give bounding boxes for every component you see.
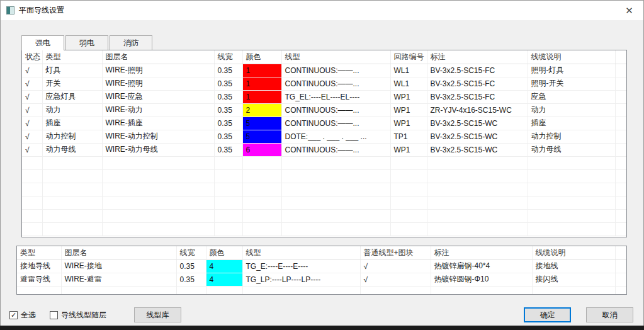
color-swatch[interactable]: 4 [206,259,242,273]
cell-desc[interactable]: 照明-灯具 [528,64,615,77]
table-row[interactable]: √灯具WIRE-照明0.351CONTINUOUS:——...WL1BV-3x2… [22,64,627,77]
cell-desc[interactable]: 插座 [528,117,615,130]
cell-status[interactable]: √ [22,130,42,143]
table-row[interactable]: 接地导线WIRE-接地0.354TG_E:----E----E----√热镀锌扁… [17,259,627,273]
cell-label[interactable]: BV-3x2.5-SC15-FC [427,77,528,90]
cell-label[interactable]: BV-3x2.5-SC15-FC [427,90,528,103]
cell-layer[interactable]: WIRE-应急 [102,90,214,103]
cell-type[interactable]: 避雷导线 [17,273,61,286]
cell-desc[interactable]: 接地线 [532,259,615,273]
cell-width[interactable]: 0.35 [214,130,242,143]
color-swatch[interactable]: 2 [242,103,281,117]
cell-layer[interactable]: WIRE-动力母线 [102,143,214,156]
cell-label[interactable]: 热镀锌圆钢-Φ10 [431,273,532,286]
linetype-library-button[interactable]: 线型库 [134,307,181,322]
cell-type[interactable]: 动力 [42,103,102,117]
cell-width[interactable]: 0.35 [214,103,242,117]
cell-type[interactable]: 动力母线 [42,143,102,156]
cell-desc[interactable]: 应急 [528,90,615,103]
cell-block[interactable]: √ [360,259,431,273]
tab-1[interactable]: 弱电 [65,35,108,50]
cell-label[interactable]: BV-3x2.5-SC15-FC [427,64,528,77]
table-row[interactable]: √动力控制WIRE-动力控制0.355DOTE:___ . ___ . ___ … [22,130,627,143]
cell-linetype[interactable]: CONTINUOUS:——... [281,143,390,156]
cell-desc[interactable]: 动力母线 [528,143,615,156]
cell-linetype[interactable]: TG_LP:----LP----LP---- [242,273,360,286]
cell-linetype[interactable]: TG_E:----E----E---- [242,259,360,273]
cell-circuit[interactable]: WP1 [390,143,427,156]
cell-linetype[interactable]: DOTE:___ . ___ . ___ ... [281,130,390,143]
cell-width[interactable]: 0.35 [214,90,242,103]
cell-status[interactable]: √ [22,90,42,103]
color-swatch[interactable]: 1 [242,64,281,77]
table-row[interactable]: √应急灯具WIRE-应急0.351TG_EL:----EL----EL----W… [22,90,627,103]
cell-circuit[interactable]: WP1 [390,103,427,117]
cell-linetype[interactable]: TG_EL:----EL----EL---- [281,90,390,103]
cell-status[interactable]: √ [22,64,42,77]
select-all-checkbox[interactable]: ✓ 全选 [9,310,36,321]
cell-label[interactable]: ZR-YJV-4x16-SC15-WC [427,103,528,117]
cell-width[interactable]: 0.35 [176,259,206,273]
color-swatch[interactable]: 5 [242,130,281,143]
cell-desc[interactable]: 照明-开关 [528,77,615,90]
cell-linetype[interactable]: CONTINUOUS:——... [281,103,390,117]
cell-layer[interactable]: WIRE-避雷 [61,273,176,286]
close-icon[interactable]: ✕ [615,1,643,20]
color-swatch[interactable]: 1 [242,90,281,103]
cell-circuit[interactable]: TP1 [390,130,427,143]
cell-layer[interactable]: WIRE-接地 [61,259,176,273]
color-swatch[interactable]: 6 [242,143,281,156]
cell-type[interactable]: 动力控制 [42,130,102,143]
cell-status[interactable]: √ [22,77,42,90]
tab-2[interactable]: 消防 [110,35,152,50]
cell-status[interactable]: √ [22,143,42,156]
cell-layer[interactable]: WIRE-照明 [102,77,214,90]
cell-type[interactable]: 插座 [42,117,102,130]
header-row: 状态类型图层名线宽颜色线型回路编号标注线缆说明 [22,50,627,64]
cell-width[interactable]: 0.35 [176,273,206,286]
table-row[interactable]: 避雷导线WIRE-避雷0.354TG_LP:----LP----LP----√热… [17,273,627,286]
cell-label[interactable]: 热镀锌扁钢-40*4 [431,259,532,273]
cell-linetype[interactable]: CONTINUOUS:——... [281,64,390,77]
cell-linetype[interactable]: CONTINUOUS:——... [281,77,390,90]
cell-width[interactable]: 0.35 [214,77,242,90]
tab-0[interactable]: 强电 [21,35,64,50]
cell-width[interactable]: 0.35 [214,64,242,77]
table-row[interactable]: √动力母线WIRE-动力母线0.356CONTINUOUS:——...WP1BV… [22,143,627,156]
cell-type[interactable]: 应急灯具 [42,90,102,103]
table-row[interactable]: √开关WIRE-照明0.351CONTINUOUS:——...WL1BV-3x2… [22,77,627,90]
cell-type[interactable]: 灯具 [42,64,102,77]
ground-table: 类型图层名线宽颜色线型普通线型+图块标注线缆说明接地导线WIRE-接地0.354… [17,246,627,295]
cell-circuit[interactable]: WL1 [390,64,427,77]
cell-layer[interactable]: WIRE-照明 [102,64,214,77]
color-swatch[interactable]: 1 [242,77,281,90]
cell-width[interactable]: 0.35 [214,117,242,130]
cell-label[interactable]: BV-3x2.5-SC15-WC [427,117,528,130]
cell-status[interactable]: √ [22,103,42,117]
linetype-by-layer-checkbox[interactable]: 导线线型随层 [50,310,106,321]
cell-label[interactable]: BV-3x2.5-SC15-WC [427,130,528,143]
cell-desc[interactable]: 动力控制 [528,130,615,143]
cell-width[interactable]: 0.35 [214,143,242,156]
table-row[interactable]: √动力WIRE-动力0.352CONTINUOUS:——...WP1ZR-YJV… [22,103,627,117]
cell-layer[interactable]: WIRE-插座 [102,117,214,130]
cell-type[interactable]: 开关 [42,77,102,90]
cell-block[interactable]: √ [360,273,431,286]
cell-status[interactable]: √ [22,117,42,130]
cell-linetype[interactable]: CONTINUOUS:——... [281,117,390,130]
cell-circuit[interactable]: WP1 [390,117,427,130]
table-row[interactable]: √插座WIRE-插座0.355CONTINUOUS:——...WP1BV-3x2… [22,117,627,130]
cell-circuit[interactable]: WL1 [390,77,427,90]
cell-circuit[interactable]: WP1 [390,90,427,103]
cell-label[interactable]: BV-3x2.5-SC15-WC [427,143,528,156]
cancel-button[interactable]: 取消 [586,307,633,322]
color-swatch[interactable]: 5 [242,117,281,130]
cell-desc[interactable]: 动力 [528,103,615,117]
color-swatch[interactable]: 4 [206,273,242,286]
ok-button[interactable]: 确定 [524,307,571,322]
cell-type[interactable]: 接地导线 [17,259,61,273]
col-header-desc: 线缆说明 [532,246,615,259]
cell-layer[interactable]: WIRE-动力控制 [102,130,214,143]
cell-desc[interactable]: 接闪线 [532,273,615,286]
cell-layer[interactable]: WIRE-动力 [102,103,214,117]
